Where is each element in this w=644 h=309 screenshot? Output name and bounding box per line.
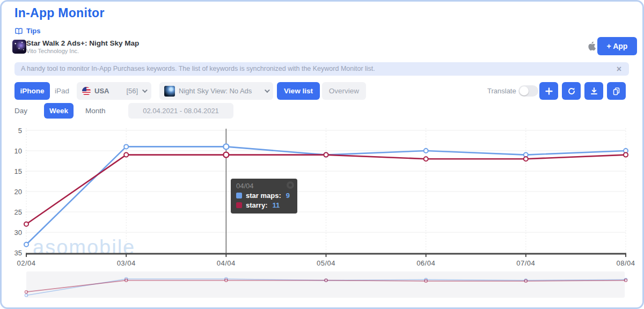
chart-navigator[interactable]: [26, 271, 625, 298]
data-point: [424, 149, 428, 153]
data-point: [223, 152, 229, 158]
y-tick-label: 20: [14, 188, 22, 196]
x-tick-label: 02/04: [17, 259, 35, 267]
series-swatch-red: [236, 202, 242, 208]
data-point: [24, 222, 28, 226]
x-tick-label: 06/04: [416, 259, 435, 267]
data-point: [524, 157, 528, 161]
series-line-starry: [26, 155, 626, 224]
rank-chart[interactable]: asomobile510152025303502/0403/0404/0405/…: [2, 2, 644, 309]
y-tick-label: 25: [14, 208, 22, 216]
data-point: [124, 153, 128, 157]
x-tick-label: 03/04: [117, 259, 136, 267]
y-tick-label: 30: [14, 229, 22, 237]
data-point: [624, 153, 628, 157]
x-tick-label: 08/04: [616, 259, 635, 267]
series-swatch-blue: [236, 193, 242, 198]
x-tick-label: 07/04: [516, 259, 535, 267]
watermark: asomobile: [33, 236, 135, 259]
y-tick-label: 35: [14, 249, 22, 257]
data-point: [124, 144, 128, 149]
data-point: [424, 157, 428, 161]
x-tick-label: 05/04: [317, 259, 335, 267]
x-tick-label: 04/04: [217, 259, 236, 267]
tooltip-row: star maps: 9: [236, 192, 290, 200]
tooltip-row: starry: 11: [236, 201, 290, 209]
chart-tooltip: 04/04 star maps: 9 starry: 11: [231, 179, 297, 214]
y-tick-label: 15: [14, 167, 22, 175]
tooltip-circle-decoration: [287, 181, 294, 189]
data-point: [24, 242, 28, 247]
y-tick-label: 10: [14, 147, 22, 155]
y-tick-label: 5: [18, 127, 22, 135]
tooltip-value: 11: [272, 201, 280, 209]
data-point: [324, 153, 328, 157]
tooltip-value: 9: [286, 192, 290, 200]
data-point: [223, 144, 229, 149]
tooltip-label: star maps:: [246, 192, 281, 200]
in-app-monitor-card: In-App Monitor Tips Star Walk 2 Ads+: Ni…: [0, 0, 644, 309]
tooltip-date: 04/04: [236, 182, 290, 190]
tooltip-label: starry:: [246, 201, 267, 209]
